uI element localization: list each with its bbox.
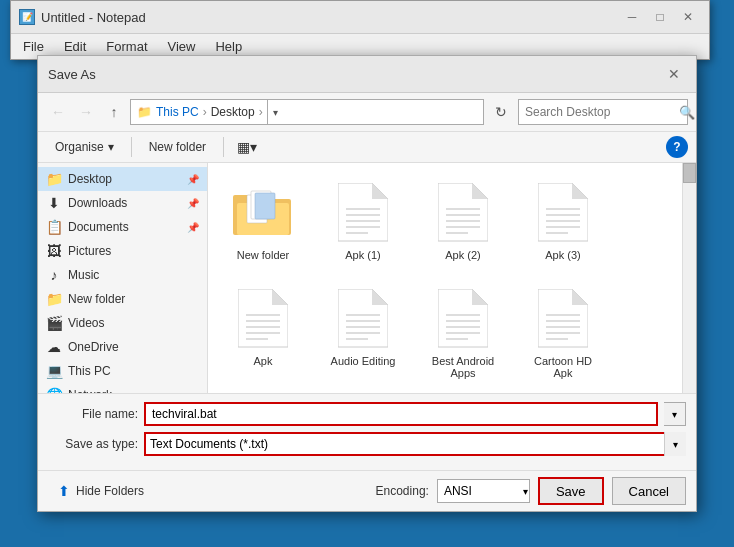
- sidebar-item-videos[interactable]: 🎬 Videos: [38, 311, 207, 335]
- notepad-minimize-button[interactable]: ─: [619, 7, 645, 27]
- file-item-apk3[interactable]: Apk (3): [518, 173, 608, 269]
- documents-pin-icon: 📌: [187, 222, 199, 233]
- menu-view[interactable]: View: [160, 36, 204, 57]
- best-android-icon-area: [431, 287, 495, 351]
- toolbar: Organise ▾ New folder ▦ ▾ ?: [38, 132, 696, 163]
- file-item-apk[interactable]: Apk: [218, 279, 308, 387]
- apk-file-icon: [238, 289, 288, 349]
- encoding-select[interactable]: ANSI UTF-8 UTF-16 LE UTF-16 BE: [437, 479, 530, 503]
- file-item-apk2[interactable]: Apk (2): [418, 173, 508, 269]
- new-folder-nav-icon: 📁: [46, 291, 62, 307]
- encoding-row: ⬆ Hide Folders Encoding: ANSI UTF-8 UTF-…: [38, 470, 696, 511]
- menu-format[interactable]: Format: [98, 36, 155, 57]
- savetype-select[interactable]: Text Documents (*.txt) All Files (*.*): [144, 432, 686, 456]
- new-folder-label: New folder: [237, 249, 290, 261]
- scrollbar-thumb[interactable]: [683, 163, 696, 183]
- sidebar-documents-label: Documents: [68, 220, 129, 234]
- cancel-button[interactable]: Cancel: [612, 477, 686, 505]
- audio-editing-icon-area: [331, 287, 395, 351]
- file-item-apk1[interactable]: Apk (1): [318, 173, 408, 269]
- apk1-file-icon: [338, 183, 388, 243]
- apk1-label: Apk (1): [345, 249, 380, 261]
- filename-input[interactable]: [144, 402, 658, 426]
- menu-help[interactable]: Help: [207, 36, 250, 57]
- new-folder-label: New folder: [149, 140, 206, 154]
- svg-marker-35: [372, 289, 388, 305]
- save-button[interactable]: Save: [538, 477, 604, 505]
- apk2-icon-area: [431, 181, 495, 245]
- sidebar-item-new-folder[interactable]: 📁 New folder: [38, 287, 207, 311]
- sidebar-pictures-label: Pictures: [68, 244, 111, 258]
- menu-file[interactable]: File: [15, 36, 52, 57]
- menu-edit[interactable]: Edit: [56, 36, 94, 57]
- file-item-audio-editing[interactable]: Audio Editing: [318, 279, 408, 387]
- folder-new-folder-icon: [233, 187, 293, 239]
- svg-marker-7: [372, 183, 388, 199]
- sidebar-this-pc-label: This PC: [68, 364, 111, 378]
- notepad-maximize-button[interactable]: □: [647, 7, 673, 27]
- dialog-titlebar: Save As ✕: [38, 56, 696, 93]
- svg-marker-28: [272, 289, 288, 305]
- svg-marker-42: [472, 289, 488, 305]
- sidebar-item-documents[interactable]: 📋 Documents 📌: [38, 215, 207, 239]
- nav-back-button[interactable]: ←: [46, 100, 70, 124]
- this-pc-icon: 💻: [46, 363, 62, 379]
- hide-folders-label[interactable]: Hide Folders: [76, 484, 144, 498]
- apk2-file-icon: [438, 183, 488, 243]
- sidebar-item-onedrive[interactable]: ☁ OneDrive: [38, 335, 207, 359]
- apk3-file-icon: [538, 183, 588, 243]
- organise-button[interactable]: Organise ▾: [46, 136, 123, 158]
- sidebar-new-folder-label: New folder: [68, 292, 125, 306]
- encoding-select-wrapper: ANSI UTF-8 UTF-16 LE UTF-16 BE ▾: [437, 479, 530, 503]
- file-area-scrollbar[interactable]: [682, 163, 696, 393]
- sidebar-item-music[interactable]: ♪ Music: [38, 263, 207, 287]
- view-toggle-button[interactable]: ▦ ▾: [232, 136, 262, 158]
- desktop-pin-icon: 📌: [187, 174, 199, 185]
- new-folder-button[interactable]: New folder: [140, 136, 215, 158]
- filename-dropdown-icon[interactable]: ▾: [664, 402, 686, 426]
- sidebar-item-desktop[interactable]: 📁 Desktop 📌: [38, 167, 207, 191]
- encoding-label: Encoding:: [376, 484, 429, 498]
- breadcrumb-bar: 📁 This PC › Desktop › ▾: [130, 99, 484, 125]
- breadcrumb-folder-icon: 📁: [137, 105, 152, 119]
- new-folder-icon-area: [231, 181, 295, 245]
- file-grid: New folder: [208, 163, 682, 393]
- apk2-label: Apk (2): [445, 249, 480, 261]
- file-item-best-android[interactable]: Best Android Apps: [418, 279, 508, 387]
- notepad-title: Untitled - Notepad: [41, 10, 146, 25]
- dialog-close-button[interactable]: ✕: [662, 64, 686, 84]
- file-item-new-folder[interactable]: New folder: [218, 173, 308, 269]
- notepad-close-button[interactable]: ✕: [675, 7, 701, 27]
- file-item-cartoon-hd[interactable]: Cartoon HD Apk: [518, 279, 608, 387]
- breadcrumb-this-pc[interactable]: This PC: [156, 105, 199, 119]
- sidebar-onedrive-label: OneDrive: [68, 340, 119, 354]
- svg-rect-5: [255, 193, 275, 219]
- search-input[interactable]: [525, 105, 675, 119]
- filename-label: File name:: [48, 407, 138, 421]
- desktop-icon: 📁: [46, 171, 62, 187]
- file-area: New folder: [208, 163, 682, 393]
- sidebar-music-label: Music: [68, 268, 99, 282]
- pictures-icon: 🖼: [46, 243, 62, 259]
- music-icon: ♪: [46, 267, 62, 283]
- nav-bar: ← → ↑ 📁 This PC › Desktop › ▾ ↻ 🔍: [38, 93, 696, 132]
- sidebar-item-downloads[interactable]: ⬇ Downloads 📌: [38, 191, 207, 215]
- nav-refresh-button[interactable]: ↻: [488, 99, 514, 125]
- sidebar-item-this-pc[interactable]: 💻 This PC: [38, 359, 207, 383]
- sidebar-item-pictures[interactable]: 🖼 Pictures: [38, 239, 207, 263]
- savetype-wrapper: Text Documents (*.txt) All Files (*.*) ▾: [144, 432, 686, 456]
- bottom-form: File name: ▾ Save as type: Text Document…: [38, 393, 696, 470]
- help-button[interactable]: ?: [666, 136, 688, 158]
- best-android-file-icon: [438, 289, 488, 349]
- documents-icon: 📋: [46, 219, 62, 235]
- cartoon-hd-file-icon: [538, 289, 588, 349]
- breadcrumb-dropdown-icon[interactable]: ▾: [267, 99, 283, 125]
- best-android-label: Best Android Apps: [426, 355, 500, 379]
- nav-up-button[interactable]: ↑: [102, 100, 126, 124]
- sidebar-item-network[interactable]: 🌐 Network: [38, 383, 207, 393]
- organise-label: Organise: [55, 140, 104, 154]
- search-box: 🔍: [518, 99, 688, 125]
- nav-forward-button[interactable]: →: [74, 100, 98, 124]
- apk-icon-area: [231, 287, 295, 351]
- main-content: 📁 Desktop 📌 ⬇ Downloads 📌 📋 Documents 📌 …: [38, 163, 696, 393]
